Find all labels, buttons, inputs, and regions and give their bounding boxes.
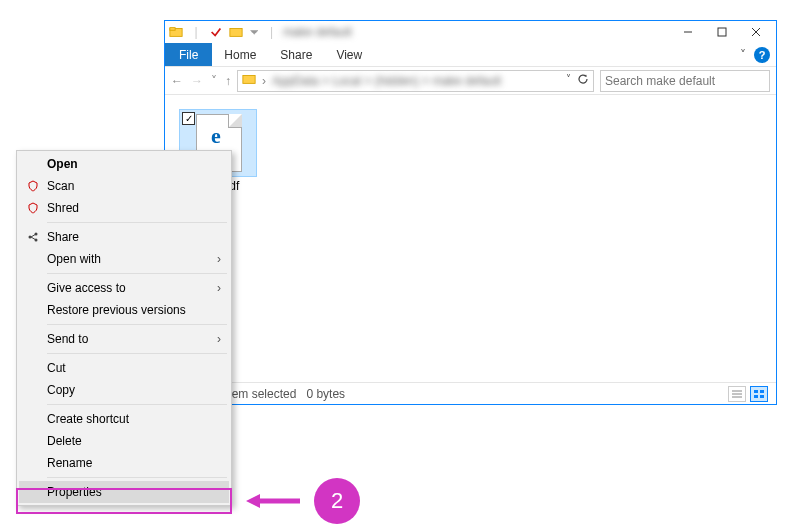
context-menu-separator xyxy=(47,273,227,274)
back-button[interactable]: ← xyxy=(171,74,183,88)
view-details-button[interactable] xyxy=(728,386,746,402)
file-explorer-window: | ⏷ | make default File Home Share View … xyxy=(164,20,777,405)
ctx-copy[interactable]: Copy xyxy=(19,379,229,401)
svg-rect-7 xyxy=(243,76,255,84)
annotation-step-number: 2 xyxy=(331,488,343,514)
minimize-button[interactable] xyxy=(672,21,704,43)
ctx-cut[interactable]: Cut xyxy=(19,357,229,379)
ctx-give-access[interactable]: Give access to› xyxy=(19,277,229,299)
breadcrumb: AppData > Local > (hidden) > make defaul… xyxy=(272,74,501,88)
status-size: 0 bytes xyxy=(306,387,345,401)
up-button[interactable]: ↑ xyxy=(225,74,231,88)
folder-icon xyxy=(242,72,256,89)
context-menu-separator xyxy=(47,353,227,354)
view-icons-button[interactable] xyxy=(750,386,768,402)
file-list[interactable]: ✓ e pdf fault.pdf xyxy=(165,95,776,382)
help-icon[interactable]: ? xyxy=(754,47,770,63)
ctx-open-with[interactable]: Open with› xyxy=(19,248,229,270)
svg-rect-4 xyxy=(718,28,726,36)
annotation-arrow-icon xyxy=(246,491,302,511)
window-title: make default xyxy=(283,25,352,39)
svg-point-17 xyxy=(35,239,38,242)
svg-point-15 xyxy=(29,236,32,239)
check-icon xyxy=(209,25,223,39)
window-controls xyxy=(672,21,772,43)
tab-share[interactable]: Share xyxy=(268,43,324,66)
svg-rect-12 xyxy=(760,390,764,393)
svg-rect-2 xyxy=(230,29,242,37)
svg-rect-11 xyxy=(754,390,758,393)
ctx-restore[interactable]: Restore previous versions xyxy=(19,299,229,321)
address-bar: ← → ˅ ↑ › AppData > Local > (hidden) > m… xyxy=(165,67,776,95)
tab-view[interactable]: View xyxy=(324,43,374,66)
search-input[interactable]: Search make default xyxy=(600,70,770,92)
svg-marker-19 xyxy=(246,494,260,508)
status-bar: 1 item 1 item selected 0 bytes xyxy=(165,382,776,404)
ctx-open[interactable]: Open xyxy=(19,153,229,175)
context-menu: Open Scan Shred Share Open with› Give ac… xyxy=(16,150,232,506)
quick-access-overflow: ⏷ xyxy=(249,26,260,38)
titlebar: | ⏷ | make default xyxy=(165,21,776,43)
context-menu-separator xyxy=(47,404,227,405)
divider-icon: | xyxy=(270,25,273,39)
edge-logo-icon: e xyxy=(211,125,221,147)
ctx-share[interactable]: Share xyxy=(19,226,229,248)
chevron-right-icon: › xyxy=(217,332,221,346)
svg-point-16 xyxy=(35,233,38,236)
annotation-step-badge: 2 xyxy=(314,478,360,524)
close-button[interactable] xyxy=(740,21,772,43)
chevron-right-icon: › xyxy=(217,281,221,295)
forward-button[interactable]: → xyxy=(191,74,203,88)
tab-file[interactable]: File xyxy=(165,43,212,66)
context-menu-separator xyxy=(47,324,227,325)
chevron-right-icon: › xyxy=(217,252,221,266)
refresh-icon[interactable] xyxy=(577,73,589,88)
svg-rect-1 xyxy=(170,28,175,31)
ctx-send-to[interactable]: Send to› xyxy=(19,328,229,350)
folder-icon xyxy=(169,25,183,39)
ribbon-tabs: File Home Share View ˅ ? xyxy=(165,43,776,67)
svg-rect-14 xyxy=(760,395,764,398)
ctx-properties[interactable]: Properties xyxy=(19,481,229,503)
divider-icon: | xyxy=(189,25,203,39)
svg-rect-13 xyxy=(754,395,758,398)
search-placeholder: Search make default xyxy=(605,74,715,88)
ctx-create-shortcut[interactable]: Create shortcut xyxy=(19,408,229,430)
history-dropdown[interactable]: ˅ xyxy=(211,74,217,88)
tab-home[interactable]: Home xyxy=(212,43,268,66)
share-icon xyxy=(25,231,41,243)
ctx-delete[interactable]: Delete xyxy=(19,430,229,452)
ctx-rename[interactable]: Rename xyxy=(19,452,229,474)
context-menu-separator xyxy=(47,477,227,478)
ribbon-collapse-icon[interactable]: ˅ xyxy=(740,48,746,62)
address-dropdown[interactable]: ˅ xyxy=(566,73,571,88)
ctx-scan[interactable]: Scan xyxy=(19,175,229,197)
maximize-button[interactable] xyxy=(706,21,738,43)
folder-icon-small xyxy=(229,25,243,39)
shield-icon xyxy=(25,180,41,192)
ctx-shred[interactable]: Shred xyxy=(19,197,229,219)
context-menu-separator xyxy=(47,222,227,223)
shield-icon xyxy=(25,202,41,214)
address-field[interactable]: › AppData > Local > (hidden) > make defa… xyxy=(237,70,594,92)
